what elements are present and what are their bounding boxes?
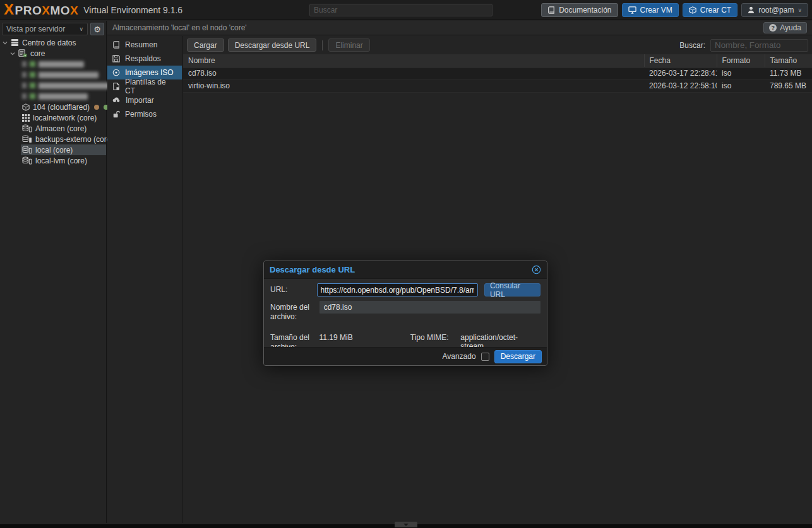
page-title: Almacenamiento 'local' en el nodo 'core' bbox=[112, 23, 247, 32]
view-mode-select[interactable]: Vista por servidor ∨ bbox=[2, 23, 88, 35]
tree-item-localnetwork[interactable]: localnetwork (core) bbox=[0, 112, 106, 123]
redacted-entry bbox=[22, 61, 84, 67]
tree-item-node-core[interactable]: core bbox=[0, 48, 106, 59]
column-header-nombre[interactable]: Nombre bbox=[183, 54, 644, 67]
iso-table: Nombre Fecha Formato Tamaño cd78.iso 202… bbox=[183, 54, 812, 93]
column-header-tamano[interactable]: Tamaño bbox=[765, 54, 812, 67]
storage-icon bbox=[22, 124, 32, 132]
create-vm-button[interactable]: Crear VM bbox=[622, 3, 679, 17]
node-icon bbox=[18, 49, 27, 57]
bottom-panel-expand-handle[interactable] bbox=[395, 522, 417, 527]
column-header-formato[interactable]: Formato bbox=[717, 54, 765, 67]
caret-down-icon bbox=[403, 524, 409, 526]
filename-field[interactable]: cd78.iso bbox=[319, 301, 540, 314]
url-label: URL: bbox=[270, 283, 317, 295]
table-row[interactable]: virtio-win.iso 2026-03-12 22:58:10 iso 7… bbox=[183, 79, 812, 92]
cloud-download-icon bbox=[112, 97, 121, 104]
storage-icon bbox=[22, 146, 32, 154]
filesize-value: 11.19 MiB bbox=[319, 331, 410, 342]
top-bar: XPROXMOX Virtual Environment 9.1.6 Docum… bbox=[0, 0, 812, 20]
tree-item-redacted[interactable] bbox=[0, 91, 106, 102]
toolbar: Cargar Descargar desde URL Eliminar Busc… bbox=[183, 36, 812, 54]
chevron-down-icon: ∨ bbox=[797, 7, 802, 13]
menu-item-resumen[interactable]: Resumen bbox=[107, 38, 182, 52]
proxmox-logo: XPROXMOX bbox=[4, 3, 78, 18]
redacted-entry bbox=[22, 83, 113, 89]
storage-icon bbox=[22, 156, 32, 165]
dialog-footer: Avanzado Descargar bbox=[264, 347, 547, 365]
redacted-entry bbox=[22, 72, 99, 78]
tree-item-storage-almacen[interactable]: Almacen (core) bbox=[0, 123, 106, 134]
upload-button[interactable]: Cargar bbox=[187, 38, 224, 52]
advanced-checkbox[interactable] bbox=[481, 353, 489, 361]
help-icon: ? bbox=[769, 24, 777, 32]
dialog-titlebar[interactable]: Descargar desde URL bbox=[264, 261, 547, 279]
download-from-url-button[interactable]: Descargar desde URL bbox=[228, 38, 317, 52]
book-icon bbox=[547, 6, 555, 14]
user-menu-button[interactable]: root@pam ∨ bbox=[741, 3, 808, 17]
unlock-icon bbox=[112, 110, 120, 118]
storage-icon bbox=[22, 135, 32, 143]
gear-icon[interactable]: ⚙ bbox=[90, 23, 104, 35]
version-text: Virtual Environment 9.1.6 bbox=[83, 5, 182, 15]
cube-icon bbox=[689, 6, 696, 14]
tree-item-storage-backups-externo[interactable]: backups-externo (core) bbox=[0, 134, 106, 144]
datacenter-icon bbox=[11, 38, 19, 47]
menu-item-permisos[interactable]: Permisos bbox=[107, 107, 182, 121]
column-header-fecha[interactable]: Fecha bbox=[644, 54, 717, 67]
table-search-input[interactable] bbox=[710, 39, 808, 52]
tree-item-storage-local-lvm[interactable]: local-lvm (core) bbox=[0, 155, 106, 166]
query-url-button[interactable]: Consular URL bbox=[484, 283, 540, 296]
redacted-entry bbox=[22, 93, 88, 100]
table-row[interactable]: cd78.iso 2026-03-17 22:28:41 iso 11.73 M… bbox=[183, 67, 812, 79]
template-file-icon bbox=[112, 83, 120, 90]
expander-icon[interactable] bbox=[3, 40, 8, 45]
tree-item-datacenter[interactable]: Centro de datos bbox=[0, 37, 106, 48]
tree-item-redacted[interactable] bbox=[0, 69, 106, 80]
content-header: Almacenamiento 'local' en el nodo 'core'… bbox=[107, 21, 812, 35]
tree-item-storage-local[interactable]: local (core) bbox=[0, 144, 106, 155]
dialog-title: Descargar desde URL bbox=[270, 265, 355, 274]
tree-item-redacted[interactable] bbox=[0, 59, 106, 69]
monitor-icon bbox=[628, 6, 636, 14]
menu-item-plantillas-ct[interactable]: Plantillas de CT bbox=[107, 79, 182, 93]
user-icon bbox=[748, 6, 755, 14]
documentation-button[interactable]: Documentación bbox=[541, 3, 618, 17]
search-label: Buscar: bbox=[679, 41, 705, 50]
download-from-url-dialog: Descargar desde URL URL: Consular URL No… bbox=[263, 261, 547, 366]
menu-item-importar[interactable]: Importar bbox=[107, 93, 182, 107]
tag-dot bbox=[94, 105, 99, 110]
help-button[interactable]: ? Ayuda bbox=[763, 22, 807, 33]
expander-icon[interactable] bbox=[10, 51, 15, 56]
chevron-down-icon: ∨ bbox=[79, 26, 83, 32]
book-icon bbox=[112, 41, 120, 49]
mime-label: Tipo MIME: bbox=[410, 331, 461, 343]
advanced-label: Avanzado bbox=[442, 352, 475, 361]
storage-menu: Resumen Respaldos Imágenes ISO Plantilla… bbox=[107, 36, 182, 523]
disc-icon bbox=[112, 69, 120, 76]
resource-tree-sidebar: Vista por servidor ∨ ⚙ Centro de datos c… bbox=[0, 21, 107, 523]
global-search-input[interactable] bbox=[309, 4, 493, 16]
remove-button[interactable]: Eliminar bbox=[328, 38, 369, 52]
tree-item-ct-104-cloudflared[interactable]: 104 (cloudflared) bbox=[0, 102, 106, 112]
create-ct-button[interactable]: Crear CT bbox=[683, 3, 737, 17]
floppy-icon bbox=[112, 55, 120, 62]
filename-label: Nombre del archivo: bbox=[270, 301, 319, 322]
url-input[interactable] bbox=[317, 283, 478, 296]
network-grid-icon bbox=[22, 114, 30, 122]
close-icon[interactable] bbox=[532, 265, 541, 274]
menu-item-respaldos[interactable]: Respaldos bbox=[107, 52, 182, 66]
tree-item-redacted[interactable] bbox=[0, 80, 106, 91]
download-button[interactable]: Descargar bbox=[494, 350, 542, 363]
toolbar-separator bbox=[322, 40, 323, 50]
cube-icon bbox=[22, 103, 30, 111]
